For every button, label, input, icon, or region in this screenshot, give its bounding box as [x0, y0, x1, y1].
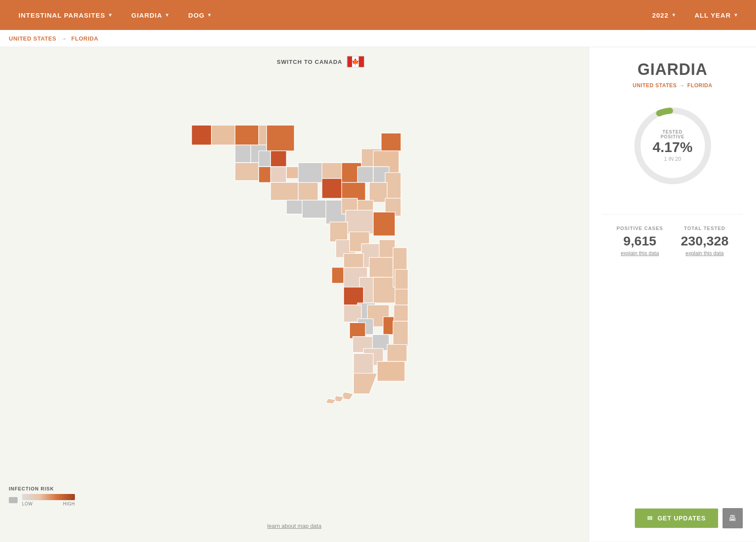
svg-marker-41 [369, 257, 393, 279]
panel-breadcrumb: UNITED STATES → FLORIDA [633, 82, 712, 89]
chevron-down-icon: ▾ [109, 12, 112, 18]
svg-marker-27 [369, 182, 387, 202]
bottom-buttons: ✉ GET UPDATES 🖶 [635, 508, 743, 528]
print-button[interactable]: 🖶 [723, 508, 743, 528]
year-label: 2022 [652, 11, 668, 19]
nav-label: GIARDIA [131, 11, 162, 19]
svg-marker-34 [346, 210, 374, 234]
svg-marker-62 [353, 353, 373, 374]
svg-marker-4 [235, 145, 251, 163]
svg-marker-8 [259, 151, 271, 167]
svg-marker-64 [353, 373, 377, 394]
svg-marker-18 [302, 200, 326, 218]
svg-marker-61 [387, 345, 407, 362]
svg-marker-12 [259, 167, 271, 182]
svg-marker-0 [192, 125, 211, 145]
florida-svg [180, 76, 409, 419]
header: INTESTINAL PARASITES ▾ GIARDIA ▾ DOG ▾ 2… [0, 0, 756, 30]
svg-marker-16 [298, 163, 322, 182]
svg-marker-9 [271, 151, 286, 167]
chevron-down-icon: ▾ [672, 12, 675, 18]
season-selector[interactable]: ALL YEAR ▾ [685, 0, 747, 30]
nav-label: INTESTINAL PARASITES [19, 11, 105, 19]
svg-marker-14 [286, 200, 302, 214]
svg-marker-10 [271, 167, 286, 182]
svg-marker-57 [393, 321, 408, 346]
svg-marker-45 [373, 277, 395, 303]
infection-risk-legend: INFECTION RISK LOW HIGH [9, 486, 75, 506]
total-tested-block: TOTAL TESTED 230,328 explain this data [681, 226, 728, 256]
panel-divider [602, 214, 743, 215]
svg-marker-7 [235, 163, 259, 180]
chevron-down-icon: ▾ [208, 12, 211, 18]
breadcrumb-us-link[interactable]: UNITED STATES [9, 35, 56, 42]
svg-marker-6 [267, 125, 294, 151]
get-updates-label: GET UPDATES [657, 515, 706, 522]
panel-breadcrumb-state-link[interactable]: FLORIDA [687, 82, 712, 89]
donut-label: TESTED POSITIVE [651, 130, 695, 139]
svg-marker-17 [322, 163, 342, 178]
svg-marker-2 [235, 125, 259, 145]
legend-low-label: LOW [22, 501, 33, 506]
svg-marker-63 [377, 361, 405, 381]
donut-chart: TESTED POSITIVE 4.17% 1 IN 20 [629, 102, 717, 190]
breadcrumb-arrow: → [61, 35, 67, 42]
legend-bar: LOW HIGH [9, 494, 75, 506]
positive-cases-explain-link[interactable]: explain this data [616, 250, 663, 256]
donut-ratio: 1 IN 20 [651, 156, 695, 162]
disease-title: GIARDIA [637, 60, 708, 79]
stats-row: POSITIVE CASES 9,615 explain this data T… [616, 226, 728, 256]
nav-label: DOG [188, 11, 204, 19]
positive-cases-value: 9,615 [616, 234, 663, 249]
svg-marker-40 [379, 240, 395, 257]
donut-center: TESTED POSITIVE 4.17% 1 IN 20 [651, 130, 695, 162]
florida-map[interactable] [9, 60, 580, 435]
svg-marker-19 [322, 178, 342, 198]
switch-canada-label: SWITCH TO CANADA [277, 59, 342, 65]
header-nav: INTESTINAL PARASITES ▾ GIARDIA ▾ DOG ▾ [9, 0, 642, 30]
svg-marker-13 [271, 182, 298, 200]
total-tested-explain-link[interactable]: explain this data [681, 250, 728, 256]
learn-map-data-link[interactable]: learn about map data [267, 523, 322, 529]
legend-gray-swatch [9, 497, 18, 503]
svg-marker-35 [330, 222, 348, 242]
legend-title: INFECTION RISK [9, 486, 75, 491]
nav-giardia[interactable]: GIARDIA ▾ [122, 0, 178, 30]
svg-marker-54 [350, 323, 366, 338]
legend-labels: LOW HIGH [22, 501, 75, 506]
svg-marker-26 [385, 173, 401, 198]
chevron-down-icon: ▾ [166, 12, 169, 18]
nav-dog[interactable]: DOG ▾ [178, 0, 221, 30]
panel-breadcrumb-arrow: → [679, 82, 685, 89]
get-updates-button[interactable]: ✉ GET UPDATES [635, 509, 718, 528]
svg-marker-67 [326, 398, 336, 404]
legend-high-label: HIGH [63, 501, 75, 506]
envelope-icon: ✉ [647, 515, 653, 522]
panel-breadcrumb-us-link[interactable]: UNITED STATES [633, 82, 677, 89]
print-icon: 🖶 [729, 514, 737, 523]
legend-gradient [22, 494, 75, 500]
svg-marker-33 [373, 212, 395, 236]
svg-marker-51 [395, 269, 408, 289]
svg-marker-65 [342, 392, 354, 400]
positive-cases-label: POSITIVE CASES [616, 226, 663, 231]
svg-marker-59 [373, 334, 389, 350]
positive-cases-block: POSITIVE CASES 9,615 explain this data [616, 226, 663, 256]
svg-marker-50 [395, 287, 408, 307]
year-selector[interactable]: 2022 ▾ [642, 0, 685, 30]
svg-marker-24 [357, 167, 373, 182]
breadcrumb-state-link[interactable]: FLORIDA [71, 35, 98, 42]
switch-canada-button[interactable]: SWITCH TO CANADA 🍁 [277, 56, 364, 67]
header-right: 2022 ▾ ALL YEAR ▾ [642, 0, 747, 30]
svg-marker-56 [394, 305, 408, 323]
canada-flag-icon: 🍁 [347, 56, 364, 67]
chevron-down-icon: ▾ [734, 12, 737, 18]
breadcrumb: UNITED STATES → FLORIDA [0, 30, 756, 47]
nav-intestinal-parasites[interactable]: INTESTINAL PARASITES ▾ [9, 0, 122, 30]
total-tested-label: TOTAL TESTED [681, 226, 728, 231]
total-tested-value: 230,328 [681, 234, 728, 249]
svg-marker-15 [298, 182, 318, 200]
svg-marker-1 [211, 125, 235, 145]
right-panel: GIARDIA UNITED STATES → FLORIDA TESTED P… [589, 47, 756, 542]
season-label: ALL YEAR [695, 11, 731, 19]
